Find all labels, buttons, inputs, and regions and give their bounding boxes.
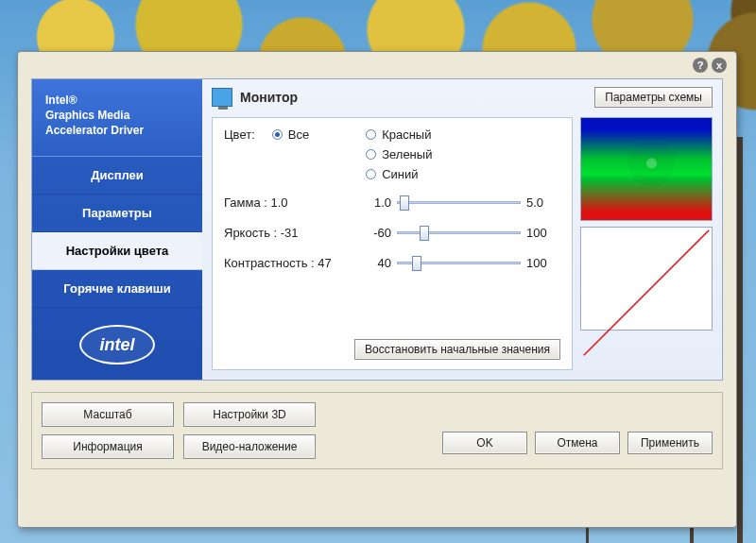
gamma-slider[interactable] <box>397 193 521 212</box>
sidebar-item-parameters[interactable]: Параметры <box>32 195 202 232</box>
sidebar: Intel® Graphics Media Accelerator Driver… <box>32 79 202 380</box>
main-panel: Монитор Параметры схемы Цвет: Все <box>202 79 722 380</box>
radio-col-left: Все <box>272 127 309 181</box>
sidebar-item-displays[interactable]: Дисплеи <box>32 157 202 195</box>
contrast-min: 40 <box>357 256 391 270</box>
brightness-min: -60 <box>357 226 391 240</box>
radio-red[interactable]: Красный <box>366 127 432 142</box>
help-icon[interactable]: ? <box>693 58 708 73</box>
preview-column <box>580 117 713 370</box>
contrast-row: Контрастность : 47 40 100 <box>224 253 560 272</box>
restore-defaults-button[interactable]: Восстановить начальные значения <box>354 339 560 360</box>
upper-panel: Intel® Graphics Media Accelerator Driver… <box>31 78 723 381</box>
color-label: Цвет: <box>224 127 255 142</box>
ok-button[interactable]: OK <box>442 432 527 454</box>
brightness-label: Яркость : -31 <box>224 226 352 240</box>
contrast-label: Контрастность : 47 <box>224 256 352 270</box>
gamma-min: 1.0 <box>357 195 391 210</box>
restore-row: Восстановить начальные значения <box>224 339 560 360</box>
brand-block: Intel® Graphics Media Accelerator Driver <box>32 79 202 157</box>
radio-dot-icon <box>272 129 283 140</box>
brightness-max: 100 <box>526 226 560 240</box>
lower-button-bar: Масштаб Настройки 3D Информация Видео-на… <box>31 392 723 469</box>
color-settings-box: Цвет: Все Красный <box>212 117 573 370</box>
sidebar-item-hotkeys[interactable]: Горячие клавиши <box>32 270 202 308</box>
sidebar-item-color-settings[interactable]: Настройки цвета <box>32 232 202 270</box>
radio-dot-icon <box>366 129 376 140</box>
gamma-max: 5.0 <box>526 195 560 210</box>
brightness-slider[interactable] <box>397 223 521 242</box>
scheme-params-button[interactable]: Параметры схемы <box>594 87 713 108</box>
apply-button[interactable]: Применить <box>627 432 713 454</box>
sidebar-nav: Дисплеи Параметры Настройки цвета Горячи… <box>32 157 202 308</box>
dialog-window: ? x Intel® Graphics Media Accelerator Dr… <box>17 51 737 528</box>
logo-area: intel <box>32 314 202 380</box>
radio-dot-icon <box>366 149 376 160</box>
color-radio-row: Цвет: Все Красный <box>224 127 560 181</box>
gamma-curve-preview <box>580 227 713 331</box>
close-icon[interactable]: x <box>712 58 727 73</box>
radio-col-right: Красный Зеленый Синий <box>366 127 432 181</box>
dialog-action-buttons: OK Отмена Применить <box>442 407 713 454</box>
contrast-slider[interactable] <box>397 253 521 272</box>
gamma-label: Гамма : 1.0 <box>224 195 352 210</box>
monitor-label: Монитор <box>240 90 298 105</box>
slider-rail <box>397 201 521 204</box>
gradient-preview <box>580 117 713 221</box>
slider-rail <box>397 231 521 234</box>
titlebar-controls: ? x <box>693 58 727 73</box>
radio-green[interactable]: Зеленый <box>366 147 432 161</box>
radio-label: Зеленый <box>382 147 432 161</box>
slider-thumb-icon[interactable] <box>420 226 429 241</box>
radio-label: Красный <box>382 127 431 142</box>
settings-3d-button[interactable]: Настройки 3D <box>183 402 316 427</box>
slider-thumb-icon[interactable] <box>400 195 409 211</box>
content-row: Цвет: Все Красный <box>212 117 713 370</box>
brand-line: Graphics Media <box>45 108 189 123</box>
zoom-button[interactable]: Масштаб <box>42 402 174 427</box>
radio-dot-icon <box>366 169 376 179</box>
aux-button-grid: Масштаб Настройки 3D Информация Видео-на… <box>42 402 316 459</box>
radio-label: Синий <box>382 167 418 181</box>
tree-decor <box>737 137 743 543</box>
slider-thumb-icon[interactable] <box>412 256 421 271</box>
intel-logo-icon: intel <box>79 325 155 365</box>
brand-line: Intel® <box>45 93 189 108</box>
radio-blue[interactable]: Синий <box>366 167 432 181</box>
monitor-label-group: Монитор <box>212 88 298 107</box>
brightness-row: Яркость : -31 -60 100 <box>224 223 560 242</box>
radio-all[interactable]: Все <box>272 127 309 142</box>
contrast-max: 100 <box>526 256 560 270</box>
information-button[interactable]: Информация <box>42 434 174 459</box>
brand-line: Accelerator Driver <box>45 123 189 138</box>
radio-label: Все <box>288 127 309 142</box>
svg-line-0 <box>584 230 709 355</box>
radio-groups: Все Красный Зеленый <box>272 127 433 181</box>
gamma-row: Гамма : 1.0 1.0 5.0 <box>224 193 560 212</box>
panel-header: Монитор Параметры схемы <box>212 87 713 108</box>
cancel-button[interactable]: Отмена <box>535 432 620 454</box>
monitor-icon <box>212 88 232 107</box>
video-overlay-button[interactable]: Видео-наложение <box>183 434 316 459</box>
